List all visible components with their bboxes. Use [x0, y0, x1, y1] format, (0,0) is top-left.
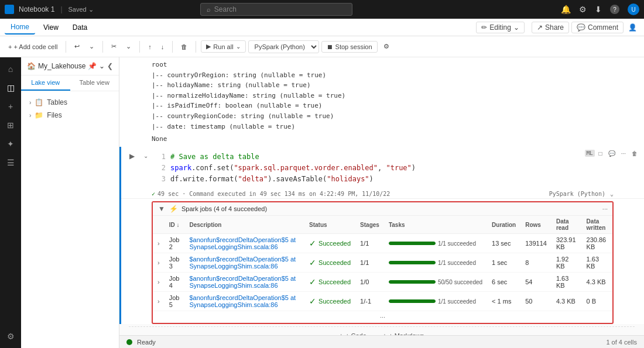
spark-job-row: › Job 3 $anonfun$recordDeltaOperation$5 …: [153, 253, 612, 273]
nav-home-icon[interactable]: ⌂: [4, 62, 18, 76]
th-stages: Stages: [355, 216, 384, 234]
add-cell-bar: + + Code + + Markdown: [129, 326, 635, 335]
sidebar-tabs: Lake view Table view: [21, 75, 119, 91]
move-up-btn[interactable]: ↑: [145, 42, 155, 52]
row-expand-btn-3[interactable]: ›: [153, 292, 165, 311]
sidebar-collapse-btn[interactable]: ❮: [107, 62, 113, 70]
add-cell-btn[interactable]: + + Add code cell: [5, 42, 61, 52]
share-icon: ↗: [537, 23, 543, 32]
delete-btn[interactable]: 🗑: [177, 42, 191, 52]
comment-button[interactable]: 💬 Comment: [571, 22, 624, 33]
toolbar-sep-2: [102, 41, 103, 53]
run-dropdown-icon: ⌄: [236, 43, 241, 50]
row-data-read-2: 1.63 KB: [551, 273, 582, 292]
menu-home[interactable]: Home: [5, 20, 35, 35]
notebook-area: root |-- countryOrRegion: string (nullab…: [119, 57, 644, 348]
editing-label: Editing: [489, 23, 511, 32]
sidebar-title-chevron[interactable]: ⌄: [99, 62, 105, 70]
search-placeholder: Search: [214, 5, 237, 13]
share-button[interactable]: ↗ Share: [532, 22, 569, 33]
row-stages-0: 1/1: [355, 234, 384, 253]
cell-delete-btn[interactable]: 🗑: [630, 149, 639, 158]
cell-variable-btn[interactable]: □: [597, 149, 604, 158]
cell-comment-btn[interactable]: 💬: [607, 149, 617, 158]
cell-more-btn[interactable]: ···: [619, 149, 628, 158]
menu-view[interactable]: View: [37, 21, 64, 34]
row-status-2: ✓ Succeeded: [304, 273, 355, 292]
row-data-read-1: 1.92 KB: [551, 253, 582, 273]
row-expand-btn-1[interactable]: ›: [153, 253, 165, 273]
cell-5-chevron-btn[interactable]: ⌄: [140, 150, 152, 162]
undo-dropdown[interactable]: ⌄: [85, 41, 98, 52]
row-desc-3[interactable]: $anonfun$recordDeltaOperation$5 at Synap…: [184, 292, 304, 311]
code-line-3: 3 df.write.format("delta").saveAsTable("…: [154, 174, 635, 185]
nav-workloads-icon[interactable]: ⊞: [4, 118, 18, 132]
output-none: None: [152, 134, 635, 144]
undo-btn[interactable]: ↩: [71, 41, 83, 52]
row-desc-0[interactable]: $anonfun$recordDeltaOperation$5 at Synap…: [184, 234, 304, 253]
kernel-select[interactable]: PySpark (Python): [248, 40, 319, 53]
nav-create-icon[interactable]: +: [4, 99, 18, 113]
code-line-2: 2 spark.conf.set("spark.sql.parquet.vord…: [154, 163, 635, 174]
nav-explore-icon[interactable]: ◫: [4, 81, 18, 95]
move-down-btn[interactable]: ↓: [157, 42, 168, 52]
add-code-icon: +: [340, 332, 343, 335]
tab-table-view[interactable]: Table view: [70, 75, 119, 91]
spark-jobs-collapse-btn[interactable]: ▼: [157, 205, 166, 213]
run-all-button[interactable]: ▶ Run all ⌄: [201, 40, 245, 53]
tables-arrow: ›: [29, 99, 31, 106]
th-rows: Rows: [520, 216, 551, 234]
add-code-btn[interactable]: + + Code: [335, 330, 371, 335]
menu-data[interactable]: Data: [67, 21, 93, 34]
row-expand-btn-0[interactable]: ›: [153, 234, 165, 253]
spark-jobs-body: › Job 2 $anonfun$recordDeltaOperation$5 …: [153, 234, 612, 311]
add-icon: +: [8, 43, 12, 50]
bell-icon[interactable]: 🔔: [561, 5, 571, 14]
status-bar: Ready 1 of 4 cells: [119, 335, 644, 348]
config-btn[interactable]: ⚙: [380, 41, 393, 52]
nav-settings-icon[interactable]: ⚙: [4, 329, 18, 343]
sidebar-item-files[interactable]: › 📁 Files: [26, 109, 114, 122]
toolbar-sep-4: [172, 41, 173, 53]
download-icon[interactable]: ⬇: [595, 5, 602, 14]
tab-lake-view[interactable]: Lake view: [21, 75, 70, 91]
help-icon[interactable]: ?: [610, 5, 619, 14]
row-status-3: ✓ Succeeded: [304, 292, 355, 311]
profile-btn[interactable]: 👤: [626, 23, 639, 32]
nav-monitor-icon[interactable]: ☰: [4, 156, 18, 170]
cell-5-kernel-chevron[interactable]: ⌄: [610, 191, 614, 197]
app-icon: [5, 5, 14, 14]
sidebar-item-tables[interactable]: › 📋 Tables: [26, 96, 114, 109]
row-desc-2[interactable]: $anonfun$recordDeltaOperation$5 at Synap…: [184, 273, 304, 292]
row-status-0: ✓ Succeeded: [304, 234, 355, 253]
gear-icon[interactable]: ⚙: [579, 5, 587, 14]
row-stages-2: 1/0: [355, 273, 384, 292]
cell-5-status: ✓ 49 sec · Command executed in 49 sec 13…: [121, 189, 644, 199]
nav-ai-icon[interactable]: ✦: [4, 137, 18, 151]
add-markdown-icon: +: [383, 332, 386, 335]
stop-label: Stop session: [335, 43, 372, 50]
spark-jobs-icon: ⚡: [169, 205, 178, 213]
search-box[interactable]: ⌕ Search: [200, 3, 352, 16]
user-icon[interactable]: U: [628, 4, 639, 15]
cell-5-status-text: 49 sec · Command executed in 49 sec 134 …: [157, 191, 390, 197]
tables-icon: 📋: [35, 98, 43, 106]
add-markdown-btn[interactable]: + + Markdown: [378, 330, 429, 335]
output-line-5: |-- countryRegionCode: string (nullable …: [152, 111, 635, 122]
ml-badge: ML: [585, 150, 595, 157]
spark-jobs-more-btn[interactable]: ···: [602, 205, 608, 212]
spark-jobs-table: ID ↓ Description Status Stages Tasks Dur…: [153, 216, 612, 311]
cut-dropdown[interactable]: ⌄: [122, 41, 135, 52]
cell-5-run-btn[interactable]: ▶: [126, 150, 138, 162]
cut-btn[interactable]: ✂: [108, 41, 120, 52]
editing-badge[interactable]: ✏ Editing ⌄: [476, 22, 525, 33]
stop-session-button[interactable]: ⏹ Stop session: [321, 41, 378, 53]
th-description: Description: [184, 216, 304, 234]
th-id[interactable]: ID ↓: [165, 216, 185, 234]
sidebar: 🏠 My_Lakehouse 📌 ⌄ ❮ Lake view Table vie…: [21, 57, 119, 348]
row-expand-btn-2[interactable]: ›: [153, 273, 165, 292]
row-rows-2: 54: [520, 273, 551, 292]
row-desc-1[interactable]: $anonfun$recordDeltaOperation$5 at Synap…: [184, 253, 304, 273]
row-rows-0: 139114: [520, 234, 551, 253]
left-nav: ⌂ ◫ + ⊞ ✦ ☰ ⚙: [0, 57, 21, 348]
